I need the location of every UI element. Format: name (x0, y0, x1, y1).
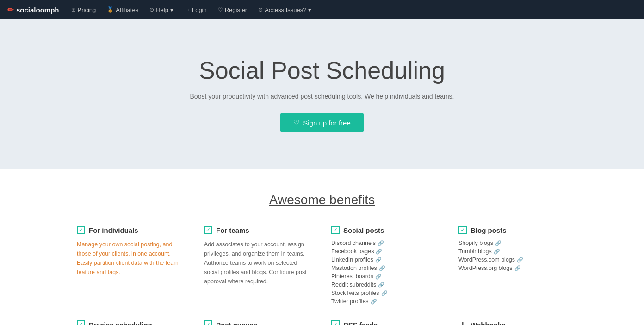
signup-button[interactable]: ♡ Sign up for free (280, 113, 364, 132)
help-icon: ⊙ (149, 6, 154, 13)
nav-pricing[interactable]: ⊞ Pricing (67, 5, 101, 15)
hero-subtitle: Boost your productivity with advanced po… (190, 93, 454, 100)
list-item: Facebook pages 🔗 (331, 248, 440, 255)
benefit-title-social-posts: Social posts (343, 226, 384, 234)
list-item: Pinterest boards 🔗 (331, 273, 440, 280)
nav-pricing-label: Pricing (78, 6, 96, 13)
signup-label: Sign up for free (303, 119, 351, 127)
nav-help-label: Help (156, 6, 168, 13)
benefit-card-rss-feeds: ✓RSS feedsAutomatically create social an… (331, 320, 440, 325)
check-icon-teams: ✓ (204, 226, 212, 234)
link-icon: 🔗 (494, 249, 500, 255)
list-item: WordPress.com blogs 🔗 (458, 256, 567, 263)
benefit-card-precise-scheduling: ✓Precise schedulingSchedule posts to pub… (77, 320, 186, 325)
check-icon-rss-feeds: ✓ (331, 320, 340, 325)
benefit-card-social-posts: ✓Social postsDiscord channels 🔗Facebook … (331, 226, 440, 306)
benefit-title-rss-feeds: RSS feeds (343, 321, 378, 325)
nav-login[interactable]: → Login (180, 5, 211, 15)
list-item: WordPress.org blogs 🔗 (458, 265, 567, 271)
hero-title: Social Post Scheduling (199, 56, 445, 84)
list-item: StockTwits profiles 🔗 (331, 290, 440, 296)
benefit-title-precise-scheduling: Precise scheduling (89, 321, 152, 325)
access-icon: ⊙ (258, 6, 263, 13)
check-icon-post-queues: ✓ (204, 320, 212, 325)
benefit-title-individuals: For individuals (89, 226, 138, 234)
nav-login-label: Login (192, 6, 207, 13)
link-icon: 🔗 (517, 257, 523, 263)
benefit-card-individuals: ✓For individualsManage your own social p… (77, 226, 186, 306)
webhook-icon: ⬇ (458, 320, 467, 325)
benefit-card-post-queues: ✓Post queuesAutomatically feed your soci… (204, 320, 313, 325)
benefit-title-webhooks: Webhooks (471, 321, 506, 325)
benefit-title-teams: For teams (216, 226, 249, 234)
link-icon: 🔗 (378, 282, 384, 288)
link-icon: 🔗 (514, 265, 521, 271)
benefit-list-social-posts: Discord channels 🔗Facebook pages 🔗Linked… (331, 240, 440, 305)
nav-register-label: Register (225, 6, 247, 13)
benefit-title-blog-posts: Blog posts (471, 226, 507, 234)
benefit-title-post-queues: Post queues (216, 321, 257, 325)
check-icon-individuals: ✓ (77, 226, 85, 234)
benefit-desc-individuals: Manage your own social posting, and thos… (77, 240, 186, 277)
link-icon: 🔗 (378, 240, 384, 246)
link-icon: 🔗 (379, 265, 385, 271)
check-icon-social-posts: ✓ (331, 226, 340, 234)
benefit-list-blog-posts: Shopify blogs 🔗Tumblr blogs 🔗WordPress.c… (458, 240, 567, 271)
access-dropdown-icon: ▾ (308, 6, 311, 13)
login-icon: → (185, 6, 190, 13)
benefit-card-blog-posts: ✓Blog postsShopify blogs 🔗Tumblr blogs 🔗… (458, 226, 567, 306)
link-icon: 🔗 (375, 257, 382, 263)
check-icon-blog-posts: ✓ (458, 226, 467, 234)
list-item: Tumblr blogs 🔗 (458, 248, 567, 255)
list-item: Reddit subreddits 🔗 (331, 281, 440, 288)
list-item: Shopify blogs 🔗 (458, 240, 567, 246)
check-icon-precise-scheduling: ✓ (77, 320, 85, 325)
list-item: Discord channels 🔗 (331, 240, 440, 246)
hero-section: Social Post Scheduling Boost your produc… (0, 19, 644, 169)
register-icon: ♡ (218, 6, 223, 13)
nav-access-label: Access Issues? (265, 6, 306, 13)
link-icon: 🔗 (495, 240, 502, 246)
signup-icon: ♡ (293, 119, 299, 127)
link-icon: 🔗 (371, 299, 377, 305)
nav-register[interactable]: ♡ Register (213, 5, 252, 15)
benefit-card-webhooks: ⬇WebhooksAutomatically create social and… (458, 320, 567, 325)
link-icon: 🔗 (376, 249, 382, 255)
affiliates-icon: 🏅 (107, 6, 114, 13)
nav-affiliates-label: Affiliates (116, 6, 138, 13)
brand-icon: ✏ (7, 6, 13, 14)
nav-help[interactable]: ⊙ Help ▾ (145, 5, 178, 15)
link-icon: 🔗 (375, 274, 382, 280)
brand-logo[interactable]: ✏ socialoomph (7, 6, 59, 14)
benefit-card-teams: ✓For teamsAdd associates to your account… (204, 226, 313, 306)
link-icon: 🔗 (381, 290, 388, 296)
brand-name: socialoomph (16, 6, 59, 14)
benefits-section: Awesome benefits ✓For individualsManage … (68, 169, 576, 325)
benefits-title: Awesome benefits (77, 193, 567, 207)
nav-affiliates[interactable]: 🏅 Affiliates (102, 5, 143, 15)
list-item: Mastodon profiles 🔗 (331, 265, 440, 271)
list-item: Twitter profiles 🔗 (331, 298, 440, 305)
main-nav: ✏ socialoomph ⊞ Pricing 🏅 Affiliates ⊙ H… (0, 0, 644, 19)
benefit-desc-teams: Add associates to your account, assign p… (204, 240, 313, 286)
help-dropdown-icon: ▾ (170, 6, 173, 13)
benefits-grid: ✓For individualsManage your own social p… (77, 226, 567, 325)
pricing-icon: ⊞ (71, 6, 76, 13)
nav-access[interactable]: ⊙ Access Issues? ▾ (254, 5, 316, 15)
list-item: LinkedIn profiles 🔗 (331, 256, 440, 263)
